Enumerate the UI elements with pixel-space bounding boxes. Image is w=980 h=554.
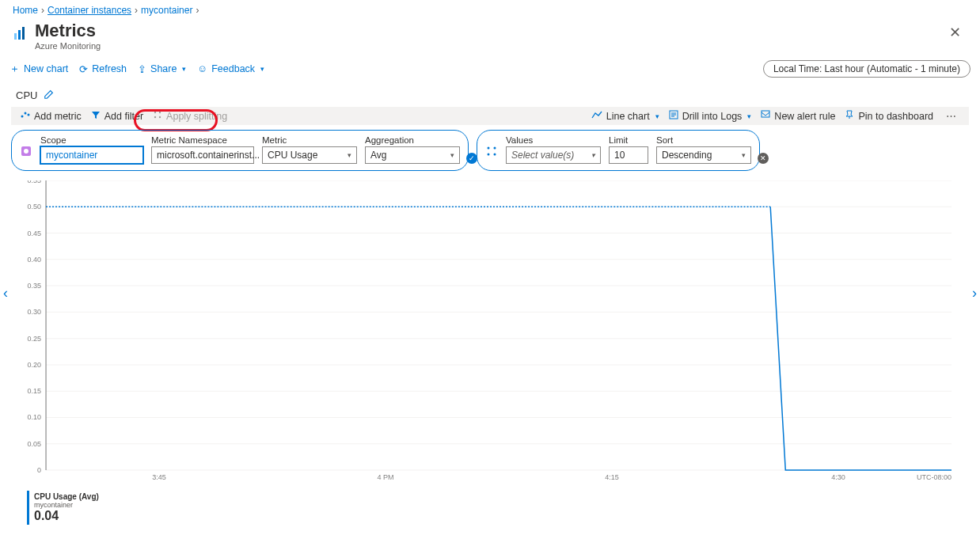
title-bar: Metrics Azure Monitoring ✕ <box>0 17 980 55</box>
alert-icon <box>761 110 770 122</box>
sort-select[interactable]: Descending ▾ <box>656 146 751 164</box>
svg-text:0: 0 <box>37 466 41 474</box>
resource-icon <box>20 145 32 157</box>
svg-point-13 <box>24 149 28 154</box>
namespace-select[interactable]: microsoft.containerinst... ▾ <box>151 146 254 164</box>
metric-value: CPU Usage <box>268 150 317 161</box>
svg-text:0.50: 0.50 <box>27 203 41 211</box>
svg-text:0.55: 0.55 <box>27 180 41 184</box>
add-filter-label: Add filter <box>104 111 143 122</box>
breadcrumb-home[interactable]: Home <box>13 5 38 16</box>
svg-text:4:15: 4:15 <box>605 473 619 481</box>
pin-dashboard-button[interactable]: Pin to dashboard <box>845 110 933 122</box>
sort-label: Sort <box>656 135 751 145</box>
legend-value: 0.04 <box>34 509 99 523</box>
chevron-down-icon: ▾ <box>591 151 595 159</box>
prev-chart-button[interactable]: ‹ <box>3 285 8 302</box>
values-value: Select value(s) <box>511 150 574 161</box>
svg-point-15 <box>494 147 496 150</box>
chevron-down-icon: ▾ <box>450 151 454 159</box>
svg-point-8 <box>154 116 156 118</box>
scope-select[interactable]: mycontainer <box>40 146 143 164</box>
splitting-icon <box>153 110 162 122</box>
metrics-icon <box>13 25 28 41</box>
next-chart-button[interactable]: › <box>972 285 977 302</box>
share-button[interactable]: ⇪ Share ▾ <box>138 63 186 75</box>
chevron-down-icon: ▾ <box>742 151 746 159</box>
svg-rect-11 <box>762 111 769 117</box>
refresh-button[interactable]: ⟳ Refresh <box>79 63 127 75</box>
svg-rect-0 <box>14 33 17 40</box>
new-alert-button[interactable]: New alert rule <box>761 110 835 122</box>
page-title: Metrics <box>35 21 101 41</box>
svg-text:3:45: 3:45 <box>152 473 166 481</box>
apply-splitting-label: Apply splitting <box>166 111 227 122</box>
add-metric-label: Add metric <box>34 111 82 122</box>
metric-label: Metric <box>262 135 357 145</box>
splitting-picker-icon <box>485 145 498 157</box>
time-range-picker[interactable]: Local Time: Last hour (Automatic - 1 min… <box>763 60 971 78</box>
line-chart-icon <box>591 110 602 122</box>
line-chart: 00.050.100.150.200.250.300.350.400.450.5… <box>22 180 958 489</box>
smile-icon: ☺ <box>197 63 207 74</box>
chevron-down-icon: ▾ <box>655 112 659 120</box>
namespace-value: microsoft.containerinst... <box>157 150 260 161</box>
svg-text:0.10: 0.10 <box>27 413 41 421</box>
values-select[interactable]: Select value(s) ▾ <box>506 146 601 164</box>
svg-point-5 <box>28 114 30 116</box>
breadcrumb-mycontainer[interactable]: mycontainer <box>141 5 192 16</box>
legend-resource-name: mycontainer <box>34 501 99 509</box>
new-chart-button[interactable]: ＋ New chart <box>9 63 68 76</box>
splitting-picker: Values Select value(s) ▾ Limit 10 Sort D… <box>477 130 760 171</box>
svg-point-3 <box>21 116 24 118</box>
refresh-label: Refresh <box>92 63 127 74</box>
metric-picker-primary: Scope mycontainer Metric Namespace micro… <box>11 130 469 171</box>
add-metric-icon <box>21 110 30 122</box>
drill-logs-label: Drill into Logs <box>682 111 743 122</box>
share-label: Share <box>150 63 177 74</box>
edit-icon[interactable] <box>44 89 55 102</box>
scope-label: Scope <box>40 135 143 145</box>
new-chart-label: New chart <box>24 63 68 74</box>
chart-area: 00.050.100.150.200.250.300.350.400.450.5… <box>22 180 958 489</box>
chevron-down-icon: ▾ <box>182 65 186 73</box>
close-button[interactable]: ✕ <box>943 21 967 44</box>
svg-text:UTC-08:00: UTC-08:00 <box>917 473 952 481</box>
breadcrumb-container-instances[interactable]: Container instances <box>47 5 131 16</box>
svg-text:4 PM: 4 PM <box>378 473 394 481</box>
svg-point-4 <box>25 112 27 115</box>
add-metric-button[interactable]: Add metric <box>21 110 82 122</box>
scope-value: mycontainer <box>46 150 97 161</box>
apply-splitting-button[interactable]: Apply splitting <box>153 110 227 122</box>
chart-toolbar: Add metric Add filter Apply splitting Li… <box>11 107 969 125</box>
svg-text:0.05: 0.05 <box>27 440 41 448</box>
svg-text:4:30: 4:30 <box>831 473 845 481</box>
svg-text:0.15: 0.15 <box>27 387 41 395</box>
svg-text:0.30: 0.30 <box>27 308 41 316</box>
pin-icon <box>845 110 854 122</box>
limit-label: Limit <box>609 135 648 145</box>
namespace-label: Metric Namespace <box>151 135 254 145</box>
share-icon: ⇪ <box>138 63 146 75</box>
add-filter-button[interactable]: Add filter <box>91 110 143 122</box>
svg-point-6 <box>154 112 156 113</box>
sort-value: Descending <box>662 150 712 161</box>
metric-select[interactable]: CPU Usage ▾ <box>262 146 357 164</box>
more-button[interactable]: ⋯ <box>943 110 959 122</box>
aggregation-select[interactable]: Avg ▾ <box>365 146 460 164</box>
drill-logs-button[interactable]: Drill into Logs ▾ <box>669 110 752 122</box>
chevron-down-icon: ▾ <box>260 65 264 73</box>
limit-value: 10 <box>614 150 625 161</box>
plus-icon: ＋ <box>9 63 20 76</box>
feedback-button[interactable]: ☺ Feedback ▾ <box>197 63 264 74</box>
chevron-right-icon: › <box>135 5 138 16</box>
new-alert-label: New alert rule <box>774 111 835 122</box>
feedback-label: Feedback <box>211 63 255 74</box>
chart-legend[interactable]: CPU Usage (Avg) mycontainer 0.04 <box>27 491 104 525</box>
svg-point-7 <box>159 112 161 113</box>
limit-input[interactable]: 10 <box>609 146 648 164</box>
remove-badge-icon[interactable]: ✕ <box>758 153 769 164</box>
line-chart-button[interactable]: Line chart ▾ <box>591 110 659 122</box>
aggregation-value: Avg <box>370 150 386 161</box>
page-subtitle: Azure Monitoring <box>35 41 101 51</box>
